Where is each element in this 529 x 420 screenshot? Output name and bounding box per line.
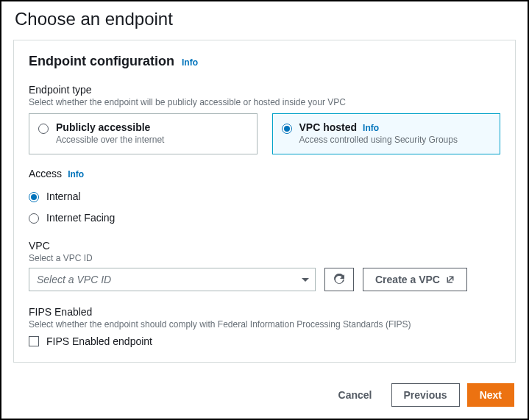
previous-button[interactable]: Previous [391,383,460,407]
refresh-button[interactable] [324,268,354,291]
tile-body: VPC hosted Info Access controlled using … [299,121,491,145]
endpoint-type-tiles: Publicly accessible Accessible over the … [29,113,500,154]
cancel-button[interactable]: Cancel [327,383,384,407]
tile-publicly-accessible[interactable]: Publicly accessible Accessible over the … [29,113,258,154]
tile-title: VPC hosted [299,121,358,133]
vpc-select[interactable]: Select a VPC ID [29,268,316,291]
fips-checkbox-label: FIPS Enabled endpoint [46,335,152,347]
wizard-footer: Cancel Previous Next [1,371,528,419]
access-label-row: Access Info [29,168,500,179]
tile-desc: Access controlled using Security Groups [299,135,491,145]
caret-down-icon [302,278,309,282]
external-link-icon [446,275,455,284]
endpoint-configuration-panel: Endpoint configuration Info Endpoint typ… [13,40,516,363]
access-options: Internal Internet Facing [29,185,500,228]
vpc-select-placeholder: Select a VPC ID [37,274,111,285]
radio-icon [282,124,292,134]
panel-info-link[interactable]: Info [182,57,198,68]
tile-title: Publicly accessible [56,121,248,133]
radio-label: Internet Facing [46,212,115,224]
tile-info-link[interactable]: Info [363,123,379,133]
refresh-icon [333,274,345,285]
radio-internet-facing[interactable]: Internet Facing [29,207,500,228]
create-vpc-button[interactable]: Create a VPC [363,268,467,291]
fips-checkbox-row[interactable]: FIPS Enabled endpoint [29,335,500,347]
fips-section: FIPS Enabled Select whether the endpoint… [29,306,500,347]
radio-icon [38,124,49,134]
radio-icon [29,213,39,224]
fips-label: FIPS Enabled [29,306,500,318]
fips-checkbox[interactable] [29,336,39,346]
radio-label: Internal [46,191,81,202]
fips-desc: Select whether the endpoint should compl… [29,319,500,330]
panel-header: Endpoint configuration Info [29,54,500,69]
endpoint-type-desc: Select whether the endpoint will be publ… [29,97,500,107]
tile-title-row: VPC hosted Info [299,121,491,133]
tile-body: Publicly accessible Accessible over the … [56,121,248,145]
endpoint-type-label: Endpoint type [29,84,500,96]
radio-internal[interactable]: Internal [29,185,500,207]
page-title: Choose an endpoint [1,1,528,40]
next-button[interactable]: Next [467,383,514,407]
panel-title: Endpoint configuration [29,54,174,69]
vpc-section: VPC Select a VPC ID Select a VPC ID Crea… [29,240,500,291]
vpc-desc: Select a VPC ID [29,253,500,263]
create-vpc-label: Create a VPC [375,274,440,285]
vpc-controls: Select a VPC ID Create a VPC [29,268,500,291]
vpc-label: VPC [29,240,500,252]
tile-vpc-hosted[interactable]: VPC hosted Info Access controlled using … [272,113,501,154]
access-section: Access Info Internal Internet Facing [29,168,500,228]
radio-icon [29,192,39,202]
endpoint-type-section: Endpoint type Select whether the endpoin… [29,84,500,154]
access-info-link[interactable]: Info [68,169,84,179]
access-label: Access [29,168,62,179]
tile-desc: Accessible over the internet [56,135,248,145]
